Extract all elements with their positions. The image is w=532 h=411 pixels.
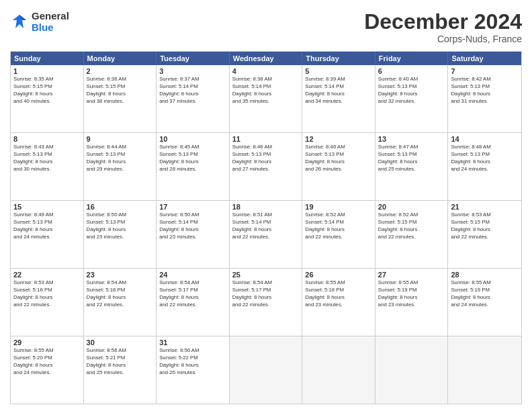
page: General Blue December 2024 Corps-Nuds, F… — [0, 0, 532, 411]
day-number: 11 — [232, 135, 300, 143]
day-info: Sunrise: 8:52 AM Sunset: 5:15 PM Dayligh… — [378, 212, 445, 241]
table-row: 7Sunrise: 8:42 AM Sunset: 5:13 PM Daylig… — [448, 65, 521, 132]
table-row: 24Sunrise: 8:54 AM Sunset: 5:17 PM Dayli… — [157, 269, 230, 336]
day-number: 26 — [305, 271, 372, 279]
header-monday: Monday — [84, 52, 157, 65]
day-info: Sunrise: 8:49 AM Sunset: 5:13 PM Dayligh… — [13, 212, 81, 241]
table-row: 18Sunrise: 8:51 AM Sunset: 5:14 PM Dayli… — [230, 201, 303, 268]
table-row: 12Sunrise: 8:46 AM Sunset: 5:13 PM Dayli… — [302, 133, 375, 200]
day-number: 19 — [305, 203, 372, 211]
day-info: Sunrise: 8:40 AM Sunset: 5:13 PM Dayligh… — [378, 76, 445, 105]
table-row: 27Sunrise: 8:55 AM Sunset: 5:19 PM Dayli… — [375, 269, 449, 336]
logo: General Blue — [10, 10, 69, 34]
day-number: 28 — [451, 271, 519, 279]
day-info: Sunrise: 8:38 AM Sunset: 5:14 PM Dayligh… — [232, 76, 300, 105]
day-number: 14 — [451, 135, 519, 143]
day-number: 10 — [159, 135, 226, 143]
day-number: 12 — [305, 135, 372, 143]
header-saturday: Saturday — [448, 52, 521, 65]
subtitle: Corps-Nuds, France — [364, 34, 522, 44]
table-row: 8Sunrise: 8:43 AM Sunset: 5:13 PM Daylig… — [11, 133, 84, 200]
day-number: 16 — [87, 203, 154, 211]
day-number: 2 — [87, 67, 154, 75]
header-wednesday: Wednesday — [230, 52, 303, 65]
day-number: 13 — [378, 135, 445, 143]
day-info: Sunrise: 8:53 AM Sunset: 5:15 PM Dayligh… — [451, 212, 519, 241]
day-info: Sunrise: 8:47 AM Sunset: 5:13 PM Dayligh… — [378, 144, 445, 173]
day-info: Sunrise: 8:44 AM Sunset: 5:13 PM Dayligh… — [87, 144, 154, 173]
day-number: 5 — [305, 67, 372, 75]
day-info: Sunrise: 8:50 AM Sunset: 5:13 PM Dayligh… — [87, 212, 154, 241]
table-row: 5Sunrise: 8:39 AM Sunset: 5:14 PM Daylig… — [302, 65, 375, 132]
logo-icon — [10, 12, 29, 31]
day-info: Sunrise: 8:54 AM Sunset: 5:16 PM Dayligh… — [87, 279, 154, 309]
day-info: Sunrise: 8:43 AM Sunset: 5:13 PM Dayligh… — [13, 144, 81, 173]
table-row: 20Sunrise: 8:52 AM Sunset: 5:15 PM Dayli… — [375, 201, 449, 268]
table-row: 14Sunrise: 8:48 AM Sunset: 5:13 PM Dayli… — [448, 133, 521, 200]
week-row-3: 15Sunrise: 8:49 AM Sunset: 5:13 PM Dayli… — [11, 200, 521, 268]
calendar-header: Sunday Monday Tuesday Wednesday Thursday… — [11, 52, 521, 65]
header-friday: Friday — [375, 52, 449, 65]
day-number: 3 — [159, 67, 226, 75]
day-info: Sunrise: 8:56 AM Sunset: 5:21 PM Dayligh… — [87, 347, 154, 377]
day-info: Sunrise: 8:45 AM Sunset: 5:13 PM Dayligh… — [159, 144, 226, 173]
table-row: 19Sunrise: 8:52 AM Sunset: 5:14 PM Dayli… — [302, 201, 375, 268]
day-info: Sunrise: 8:54 AM Sunset: 5:17 PM Dayligh… — [232, 279, 300, 309]
table-row: 17Sunrise: 8:50 AM Sunset: 5:14 PM Dayli… — [157, 201, 230, 268]
day-number: 23 — [87, 271, 154, 279]
day-info: Sunrise: 8:51 AM Sunset: 5:14 PM Dayligh… — [232, 212, 300, 241]
table-row: 25Sunrise: 8:54 AM Sunset: 5:17 PM Dayli… — [230, 269, 303, 336]
table-row: 6Sunrise: 8:40 AM Sunset: 5:13 PM Daylig… — [375, 65, 449, 132]
day-number: 17 — [159, 203, 226, 211]
day-number: 8 — [13, 135, 81, 143]
table-row: 31Sunrise: 8:56 AM Sunset: 5:22 PM Dayli… — [157, 336, 230, 404]
table-row: 21Sunrise: 8:53 AM Sunset: 5:15 PM Dayli… — [448, 201, 521, 268]
main-title: December 2024 — [364, 10, 522, 34]
week-row-2: 8Sunrise: 8:43 AM Sunset: 5:13 PM Daylig… — [11, 132, 521, 200]
table-row: 15Sunrise: 8:49 AM Sunset: 5:13 PM Dayli… — [11, 201, 84, 268]
day-info: Sunrise: 8:54 AM Sunset: 5:17 PM Dayligh… — [159, 279, 226, 309]
table-row — [302, 336, 375, 404]
day-info: Sunrise: 8:55 AM Sunset: 5:18 PM Dayligh… — [305, 279, 372, 309]
table-row — [230, 336, 303, 404]
day-number: 24 — [159, 271, 226, 279]
header: General Blue December 2024 Corps-Nuds, F… — [10, 10, 522, 44]
table-row: 23Sunrise: 8:54 AM Sunset: 5:16 PM Dayli… — [84, 269, 157, 336]
day-number: 1 — [13, 67, 81, 75]
title-block: December 2024 Corps-Nuds, France — [364, 10, 522, 44]
day-info: Sunrise: 8:36 AM Sunset: 5:15 PM Dayligh… — [87, 76, 154, 105]
day-info: Sunrise: 8:37 AM Sunset: 5:14 PM Dayligh… — [159, 76, 226, 105]
day-number: 25 — [232, 271, 300, 279]
day-info: Sunrise: 8:46 AM Sunset: 5:13 PM Dayligh… — [232, 144, 300, 173]
day-number: 30 — [87, 338, 154, 347]
table-row — [448, 336, 521, 404]
day-number: 9 — [87, 135, 154, 143]
calendar-body: 1Sunrise: 8:35 AM Sunset: 5:15 PM Daylig… — [11, 65, 521, 404]
table-row: 9Sunrise: 8:44 AM Sunset: 5:13 PM Daylig… — [84, 133, 157, 200]
calendar: Sunday Monday Tuesday Wednesday Thursday… — [10, 51, 522, 404]
day-info: Sunrise: 8:39 AM Sunset: 5:14 PM Dayligh… — [305, 76, 372, 105]
week-row-1: 1Sunrise: 8:35 AM Sunset: 5:15 PM Daylig… — [11, 65, 521, 132]
day-info: Sunrise: 8:53 AM Sunset: 5:16 PM Dayligh… — [13, 279, 81, 309]
week-row-5: 29Sunrise: 8:55 AM Sunset: 5:20 PM Dayli… — [11, 336, 521, 404]
day-number: 15 — [13, 203, 81, 211]
day-info: Sunrise: 8:35 AM Sunset: 5:15 PM Dayligh… — [13, 76, 81, 105]
day-info: Sunrise: 8:55 AM Sunset: 5:20 PM Dayligh… — [13, 347, 81, 377]
day-number: 22 — [13, 271, 81, 279]
table-row: 30Sunrise: 8:56 AM Sunset: 5:21 PM Dayli… — [84, 336, 157, 404]
day-info: Sunrise: 8:42 AM Sunset: 5:13 PM Dayligh… — [451, 76, 519, 105]
day-info: Sunrise: 8:48 AM Sunset: 5:13 PM Dayligh… — [451, 144, 519, 173]
table-row: 11Sunrise: 8:46 AM Sunset: 5:13 PM Dayli… — [230, 133, 303, 200]
day-info: Sunrise: 8:52 AM Sunset: 5:14 PM Dayligh… — [305, 212, 372, 241]
logo-text: General Blue — [32, 10, 69, 34]
table-row: 16Sunrise: 8:50 AM Sunset: 5:13 PM Dayli… — [84, 201, 157, 268]
day-number: 29 — [13, 338, 81, 347]
svg-marker-0 — [13, 15, 26, 28]
day-number: 31 — [159, 338, 226, 347]
table-row: 10Sunrise: 8:45 AM Sunset: 5:13 PM Dayli… — [157, 133, 230, 200]
table-row: 29Sunrise: 8:55 AM Sunset: 5:20 PM Dayli… — [11, 336, 84, 404]
table-row: 28Sunrise: 8:55 AM Sunset: 5:19 PM Dayli… — [448, 269, 521, 336]
day-number: 7 — [451, 67, 519, 75]
table-row: 3Sunrise: 8:37 AM Sunset: 5:14 PM Daylig… — [157, 65, 230, 132]
header-tuesday: Tuesday — [157, 52, 230, 65]
